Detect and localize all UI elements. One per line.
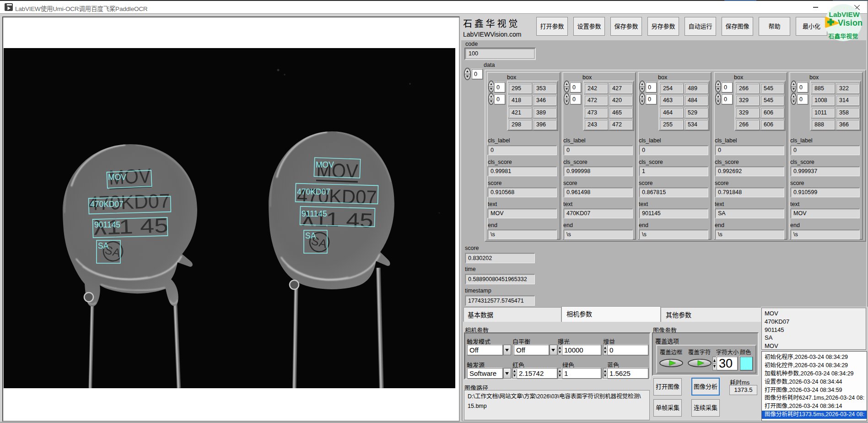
svg-text:470KD07: 470KD07: [90, 200, 124, 209]
svg-text:LabVIEW: LabVIEW: [829, 11, 860, 18]
svg-text:Vision: Vision: [838, 18, 863, 27]
svg-text:石鑫华视觉: 石鑫华视觉: [828, 33, 858, 40]
svg-text:SA: SA: [98, 241, 109, 250]
svg-text:470KD07: 470KD07: [297, 187, 330, 196]
svg-text:911145: 911145: [302, 209, 327, 218]
svg-text:MOV: MOV: [108, 173, 126, 182]
svg-text:MOV: MOV: [316, 160, 334, 169]
svg-text:SA: SA: [305, 231, 316, 240]
svg-text:901145: 901145: [94, 220, 120, 229]
